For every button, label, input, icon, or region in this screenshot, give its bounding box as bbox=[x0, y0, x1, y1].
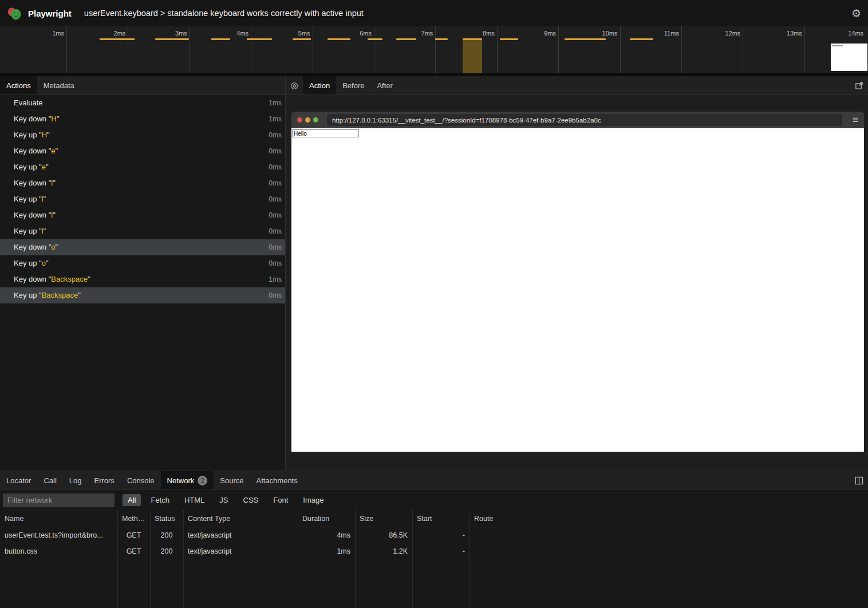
snapshot-tabstrip: ◎ ActionBeforeAfter bbox=[286, 76, 868, 95]
cell-name: userEvent.test.ts?import&bro... bbox=[0, 531, 117, 539]
action-title: Key down "e" bbox=[14, 147, 58, 155]
cell-name: button.css bbox=[0, 547, 117, 555]
timeline-selected-range bbox=[463, 39, 482, 73]
action-row[interactable]: Key down "e"0ms bbox=[0, 143, 285, 159]
snapshot-text-input[interactable] bbox=[292, 129, 359, 137]
filter-chip-js[interactable]: JS bbox=[214, 494, 233, 506]
cell-size: 1.2K bbox=[355, 547, 412, 555]
tab-console[interactable]: Console bbox=[121, 471, 161, 489]
settings-gear-icon[interactable]: ⚙ bbox=[851, 8, 861, 19]
snapshot-url: http://127.0.0.1:63315/__vitest_test__/?… bbox=[332, 117, 601, 124]
network-request-row[interactable]: button.cssGET200text/javascript1ms1.2K- bbox=[0, 543, 868, 559]
traffic-light-yellow-icon bbox=[305, 117, 310, 123]
action-row[interactable]: Key up "e"0ms bbox=[0, 159, 285, 175]
column-header-content-type: Content Type bbox=[183, 515, 298, 523]
cell-status: 200 bbox=[150, 547, 183, 555]
open-external-icon[interactable] bbox=[855, 76, 868, 94]
cell-duration: 4ms bbox=[298, 531, 355, 539]
page-snapshot bbox=[291, 128, 864, 452]
tab-network[interactable]: Network2 bbox=[161, 471, 214, 489]
timeline-tick-label: 4ms bbox=[236, 30, 248, 37]
filter-chip-fetch[interactable]: Fetch bbox=[145, 494, 175, 506]
timeline-film-thumbnail bbox=[831, 44, 867, 71]
network-filter-input[interactable] bbox=[3, 493, 115, 507]
timeline-action-bar bbox=[328, 38, 350, 40]
tab-before[interactable]: Before bbox=[336, 76, 370, 94]
action-key-value: Backspace bbox=[51, 275, 88, 283]
filter-chip-font[interactable]: Font bbox=[268, 494, 293, 506]
cell-start: - bbox=[412, 547, 469, 555]
action-row[interactable]: Key up "Backspace"0ms bbox=[0, 287, 285, 303]
tab-locator[interactable]: Locator bbox=[0, 471, 37, 489]
action-title: Evaluate bbox=[14, 98, 43, 107]
filter-chip-css[interactable]: CSS bbox=[238, 494, 264, 506]
action-row[interactable]: Key up "o"0ms bbox=[0, 255, 285, 271]
action-duration: 0ms bbox=[269, 259, 282, 267]
timeline-gridline bbox=[374, 26, 374, 73]
cell-method: GET bbox=[117, 547, 150, 555]
timeline-gridline bbox=[313, 26, 313, 73]
toggle-panel-layout-icon[interactable] bbox=[855, 471, 868, 489]
timeline-tick-label: 3ms bbox=[175, 30, 187, 37]
action-row[interactable]: Key down "l"0ms bbox=[0, 175, 285, 191]
browser-menu-icon: ≡ bbox=[853, 115, 858, 125]
tab-source[interactable]: Source bbox=[214, 471, 250, 489]
spacer bbox=[399, 76, 855, 94]
action-duration: 0ms bbox=[269, 291, 282, 299]
action-row[interactable]: Key down "o"0ms bbox=[0, 239, 285, 255]
timeline-tick-label: 12ms bbox=[725, 30, 740, 37]
action-title: Key up "e" bbox=[14, 163, 49, 171]
cell-content-type: text/javascript bbox=[183, 547, 298, 555]
app-header: Playwright userEvent.keyboard > standalo… bbox=[0, 0, 868, 26]
column-header-route: Route bbox=[469, 515, 868, 523]
timeline-gridline bbox=[128, 26, 128, 73]
column-header-duration: Duration bbox=[298, 515, 355, 523]
action-title: Key up "o" bbox=[14, 259, 49, 267]
tab-after[interactable]: After bbox=[370, 76, 399, 94]
tab-errors[interactable]: Errors bbox=[88, 471, 120, 489]
actions-tabstrip: ActionsMetadata bbox=[0, 76, 285, 95]
action-title: Key up "l" bbox=[14, 227, 46, 235]
timeline-tick-label: 14ms bbox=[848, 30, 863, 37]
tab-action[interactable]: Action bbox=[303, 76, 336, 94]
cell-content-type: text/javascript bbox=[183, 531, 298, 539]
snapshot-panel: ◎ ActionBeforeAfter http://127.0.0.1:633… bbox=[286, 76, 868, 471]
network-request-row[interactable]: userEvent.test.ts?import&bro...GET200tex… bbox=[0, 527, 868, 543]
timeline-action-bar bbox=[630, 38, 653, 40]
timeline-gridline bbox=[620, 26, 621, 73]
cell-status: 200 bbox=[150, 531, 183, 539]
trace-title: userEvent.keyboard > standalone keyboard… bbox=[84, 9, 364, 18]
action-row[interactable]: Key up "l"0ms bbox=[0, 191, 285, 207]
action-row[interactable]: Evaluate1ms bbox=[0, 95, 285, 111]
action-row[interactable]: Key down "H"1ms bbox=[0, 111, 285, 127]
action-key-value: l bbox=[42, 227, 44, 235]
pick-locator-target-icon[interactable]: ◎ bbox=[286, 76, 303, 94]
filter-chip-image[interactable]: Image bbox=[298, 494, 329, 506]
action-key-value: l bbox=[51, 179, 53, 187]
action-key-value: o bbox=[51, 243, 55, 251]
action-row[interactable]: Key up "l"0ms bbox=[0, 223, 285, 239]
tab-log[interactable]: Log bbox=[63, 471, 88, 489]
timeline-action-bar bbox=[435, 38, 448, 40]
timeline[interactable]: 1ms2ms3ms4ms5ms6ms7ms8ms9ms10ms11ms12ms1… bbox=[0, 26, 868, 73]
timeline-tick-label: 10ms bbox=[602, 30, 618, 37]
tab-metadata[interactable]: Metadata bbox=[37, 76, 81, 94]
traffic-light-green-icon bbox=[313, 117, 318, 123]
trace-viewer-window: Playwright userEvent.keyboard > standalo… bbox=[0, 0, 868, 608]
tab-attachments[interactable]: Attachments bbox=[250, 471, 303, 489]
timeline-gridline bbox=[497, 26, 498, 73]
main-split: ActionsMetadata Evaluate1msKey down "H"1… bbox=[0, 76, 868, 471]
timeline-action-bar bbox=[463, 38, 482, 40]
column-header-status: Status bbox=[150, 515, 183, 523]
action-row[interactable]: Key down "l"0ms bbox=[0, 207, 285, 223]
actions-panel: ActionsMetadata Evaluate1msKey down "H"1… bbox=[0, 76, 286, 471]
filter-chip-html[interactable]: HTML bbox=[179, 494, 210, 506]
filter-chip-all[interactable]: All bbox=[123, 494, 141, 506]
action-row[interactable]: Key up "H"0ms bbox=[0, 127, 285, 143]
timeline-gridline bbox=[66, 26, 67, 73]
action-key-value: l bbox=[42, 195, 44, 203]
tab-actions[interactable]: Actions bbox=[0, 76, 37, 94]
tab-call[interactable]: Call bbox=[37, 471, 62, 489]
action-row[interactable]: Key down "Backspace"1ms bbox=[0, 271, 285, 287]
column-header-name: Name bbox=[0, 515, 117, 523]
